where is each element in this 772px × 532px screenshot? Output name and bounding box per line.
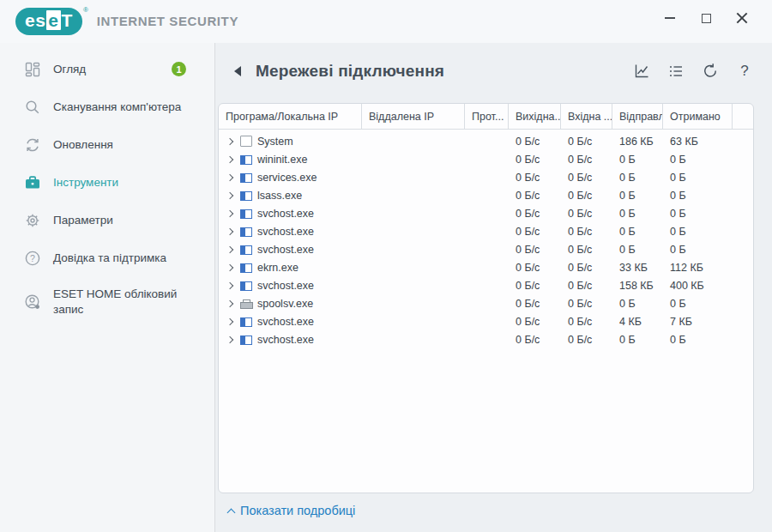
cell-outgoing-speed: 0 Б/с: [509, 172, 561, 184]
minimize-button[interactable]: [652, 5, 688, 31]
expand-chevron-icon[interactable]: [226, 245, 233, 252]
table-row[interactable]: svchost.exe 0 Б/с 0 Б/с 158 КБ 400 КБ: [219, 276, 753, 294]
cell-received: 400 КБ: [663, 280, 733, 292]
activity-chart-button[interactable]: [631, 61, 652, 82]
table-row[interactable]: svchost.exe 0 Б/с 0 Б/с 4 КБ 7 КБ: [219, 312, 753, 330]
help-button[interactable]: ?: [734, 61, 755, 82]
expand-chevron-icon[interactable]: [226, 137, 233, 144]
application-icon: [240, 191, 252, 201]
process-name: svchost.exe: [257, 208, 314, 220]
column-header-protocol[interactable]: Прот...: [465, 104, 509, 129]
network-connections-table: Програма/Локальна IP Віддалена IP Прот..…: [218, 103, 754, 493]
expand-chevron-icon[interactable]: [226, 281, 233, 288]
expand-chevron-icon[interactable]: [226, 155, 233, 162]
cell-sent: 0 Б: [612, 244, 663, 256]
cell-incoming-speed: 0 Б/с: [561, 136, 612, 148]
svg-text:?: ?: [30, 253, 35, 263]
column-header-outgoing[interactable]: Вихідна...: [509, 104, 561, 129]
column-header-received[interactable]: Отримано: [663, 104, 733, 129]
cell-incoming-speed: 0 Б/с: [561, 280, 612, 292]
help-circle-icon: ?: [23, 249, 42, 268]
search-icon: [23, 98, 42, 117]
sidebar-item-overview[interactable]: Огляд 1: [0, 51, 214, 88]
cell-program: svchost.exe: [219, 226, 362, 238]
column-header-filler: [733, 104, 753, 129]
expand-chevron-icon[interactable]: [226, 227, 233, 234]
show-details-link[interactable]: Показати подробиці: [228, 504, 355, 517]
cell-program: svchost.exe: [219, 244, 362, 256]
cell-sent: 0 Б: [612, 172, 663, 184]
cell-program: svchost.exe: [219, 280, 362, 292]
expand-chevron-icon[interactable]: [226, 299, 233, 306]
maximize-icon: [702, 14, 711, 23]
column-header-sent[interactable]: Відправл...: [612, 104, 663, 129]
cell-incoming-speed: 0 Б/с: [561, 208, 612, 220]
table-row[interactable]: svchost.exe 0 Б/с 0 Б/с 0 Б 0 Б: [219, 204, 753, 222]
expand-chevron-icon[interactable]: [226, 209, 233, 216]
cell-sent: 158 КБ: [612, 280, 663, 292]
cell-outgoing-speed: 0 Б/с: [509, 208, 561, 220]
sidebar-item-label: Параметри: [53, 213, 113, 228]
logo-text-box: e: [46, 10, 60, 30]
application-icon: [240, 281, 252, 291]
document-icon: [240, 136, 252, 147]
maximize-button[interactable]: [688, 5, 724, 31]
close-button[interactable]: [724, 5, 760, 31]
process-name: lsass.exe: [257, 190, 302, 202]
table-row[interactable]: ekrn.exe 0 Б/с 0 Б/с 33 КБ 112 КБ: [219, 258, 753, 276]
table-row[interactable]: lsass.exe 0 Б/с 0 Б/с 0 Б 0 Б: [219, 186, 753, 204]
refresh-button[interactable]: [700, 61, 721, 82]
app-window: eseT ® INTERNET SECURITY Огляд 1: [0, 0, 772, 532]
table-row[interactable]: svchost.exe 0 Б/с 0 Б/с 0 Б 0 Б: [219, 240, 753, 258]
update-refresh-icon: [23, 136, 42, 154]
table-row[interactable]: spoolsv.exe 0 Б/с 0 Б/с 0 Б 0 Б: [219, 294, 753, 312]
cell-received: 0 Б: [663, 226, 733, 238]
cell-received: 0 Б: [663, 172, 733, 184]
expand-chevron-icon[interactable]: [226, 317, 233, 324]
cell-sent: 0 Б: [612, 334, 663, 346]
cell-program: svchost.exe: [219, 208, 362, 220]
sidebar-item-tools[interactable]: Інструменти: [0, 164, 214, 202]
back-button[interactable]: [228, 62, 247, 81]
cell-incoming-speed: 0 Б/с: [561, 154, 612, 166]
cell-incoming-speed: 0 Б/с: [561, 316, 612, 328]
sidebar-item-eset-home-account[interactable]: ESET HOME обліковий запис: [0, 277, 214, 327]
table-row[interactable]: wininit.exe 0 Б/с 0 Б/с 0 Б 0 Б: [219, 150, 753, 168]
table-row[interactable]: System 0 Б/с 0 Б/с 186 КБ 63 КБ: [219, 132, 753, 150]
expand-chevron-icon[interactable]: [226, 173, 233, 180]
expand-chevron-icon[interactable]: [226, 336, 233, 342]
sidebar-item-help-support[interactable]: ? Довідка та підтримка: [0, 239, 214, 277]
cell-sent: 186 КБ: [612, 136, 663, 148]
sidebar-item-computer-scan[interactable]: Сканування комп'ютера: [0, 88, 214, 126]
cell-received: 0 Б: [663, 244, 733, 256]
expand-chevron-icon[interactable]: [226, 263, 233, 270]
table-row[interactable]: svchost.exe 0 Б/с 0 Б/с 0 Б 0 Б: [219, 330, 753, 348]
column-header-remote-ip[interactable]: Віддалена IP: [362, 104, 465, 129]
list-view-button[interactable]: [666, 61, 686, 82]
sidebar-item-label: Сканування комп'ютера: [53, 100, 181, 115]
column-header-program-local-ip[interactable]: Програма/Локальна IP: [219, 104, 362, 129]
cell-sent: 0 Б: [612, 208, 663, 220]
table-row[interactable]: svchost.exe 0 Б/с 0 Б/с 0 Б 0 Б: [219, 222, 753, 240]
cell-outgoing-speed: 0 Б/с: [509, 190, 561, 202]
process-name: svchost.exe: [257, 226, 314, 238]
sidebar-item-update[interactable]: Оновлення: [0, 126, 214, 164]
cell-outgoing-speed: 0 Б/с: [509, 136, 561, 148]
cell-outgoing-speed: 0 Б/с: [509, 262, 561, 274]
table-row[interactable]: services.exe 0 Б/с 0 Б/с 0 Б 0 Б: [219, 168, 753, 186]
cell-received: 112 КБ: [663, 262, 733, 274]
column-header-incoming[interactable]: Вхідна ...: [561, 104, 612, 129]
expand-chevron-icon[interactable]: [226, 191, 233, 198]
cell-received: 7 КБ: [663, 316, 733, 328]
cell-received: 63 КБ: [663, 136, 733, 148]
application-icon: [240, 336, 252, 345]
process-name: svchost.exe: [257, 316, 314, 328]
back-arrow-icon: [234, 66, 241, 76]
table-header-row: Програма/Локальна IP Віддалена IP Прот..…: [219, 104, 753, 130]
cell-received: 0 Б: [663, 334, 733, 346]
sidebar-item-settings[interactable]: Параметри: [0, 202, 214, 239]
cell-received: 0 Б: [663, 190, 733, 202]
process-name: System: [257, 136, 293, 148]
sidebar-item-label: Інструменти: [53, 175, 118, 190]
cell-incoming-speed: 0 Б/с: [561, 172, 612, 184]
